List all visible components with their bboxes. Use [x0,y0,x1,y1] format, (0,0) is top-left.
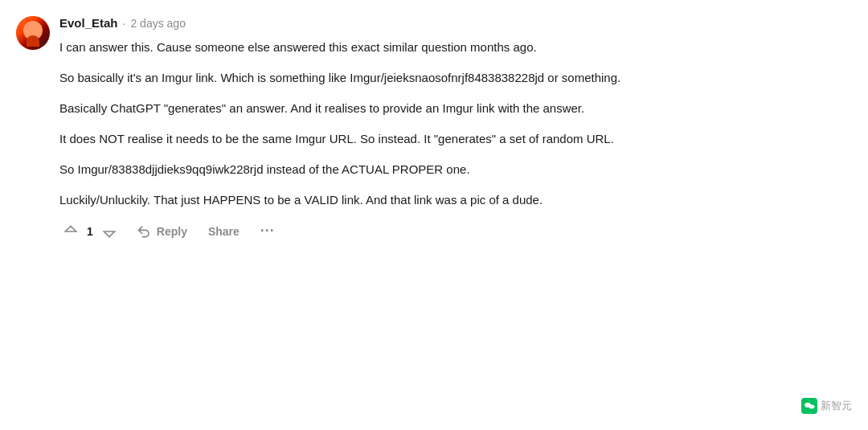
comment-actions: 1 Reply Share ··· [59,219,844,243]
watermark-text: 新智元 [821,399,852,413]
paragraph-6: Luckily/Unluckily. That just HAPPENS to … [59,190,844,210]
wechat-icon [804,400,815,412]
upvote-icon [63,223,79,240]
paragraph-3: Basically ChatGPT "generates" an answer.… [59,99,844,118]
timestamp: 2 days ago [130,17,186,30]
vote-section: 1 [59,220,121,243]
svg-point-1 [809,405,815,409]
more-button[interactable]: ··· [256,219,280,243]
paragraph-2: So basically it's an Imgur link. Which i… [59,68,844,88]
comment: Evol_Etah · 2 days ago I can answer this… [16,16,844,243]
reply-button[interactable]: Reply [132,220,192,243]
paragraph-5: So Imgur/83838djjdieks9qq9iwk228rjd inst… [59,160,844,179]
watermark-logo [801,398,817,414]
comment-text: I can answer this. Cause someone else an… [59,38,844,210]
downvote-icon [101,223,117,240]
share-button[interactable]: Share [203,222,244,241]
username: Evol_Etah [59,16,118,30]
paragraph-4: It does NOT realise it needs to be the s… [59,129,844,149]
downvote-button[interactable] [98,220,121,243]
vote-count: 1 [85,225,95,238]
upvote-button[interactable] [59,220,82,243]
comment-header: Evol_Etah · 2 days ago [59,16,844,30]
watermark: 新智元 [801,398,852,414]
share-label: Share [208,225,240,238]
paragraph-1: I can answer this. Cause someone else an… [59,38,844,57]
more-label: ··· [260,223,275,239]
reply-label: Reply [157,225,187,238]
reply-icon [137,223,153,240]
comment-body: Evol_Etah · 2 days ago I can answer this… [59,16,844,243]
separator: · [123,17,126,30]
avatar [16,16,50,50]
